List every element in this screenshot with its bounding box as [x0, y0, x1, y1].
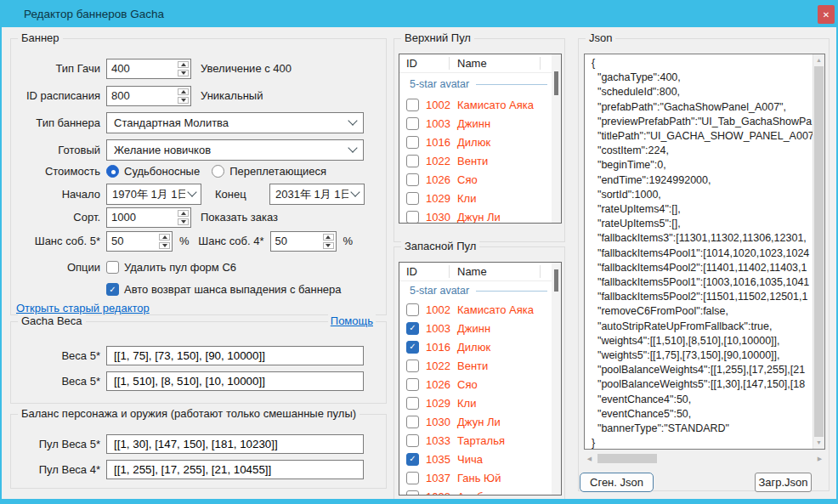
chance5-input[interactable] — [107, 232, 157, 251]
schedule-id-input[interactable] — [107, 87, 176, 105]
schedule-id-stepper[interactable] — [106, 86, 191, 106]
reserve-pool-group-title: Запасной Пул — [401, 240, 479, 253]
row-name: Дилюк — [457, 341, 490, 354]
cost-radio-fate[interactable] — [106, 165, 119, 178]
pool-row[interactable]: 1035Чича — [399, 450, 561, 468]
pool-row[interactable]: 1037Гань Юй — [399, 468, 561, 487]
chance5-stepper[interactable] — [106, 231, 173, 252]
row-checkbox[interactable] — [406, 434, 419, 447]
pool-balance-group-title: Баланс персонажа и оружия (работают толь… — [18, 407, 360, 421]
sort-input[interactable] — [107, 208, 176, 227]
scrollbar-thumb[interactable] — [597, 454, 657, 463]
banner-group-title: Баннер — [18, 31, 63, 45]
end-date-picker[interactable]: 2031年 1月 1日 — [269, 184, 365, 205]
scrollbar-thumb[interactable] — [554, 71, 558, 95]
chance4-input[interactable] — [271, 232, 321, 251]
scroll-right-icon[interactable] — [814, 453, 825, 464]
banner-type-select[interactable]: Стандартная Молитва — [106, 112, 364, 133]
row-checkbox[interactable] — [406, 136, 419, 149]
json-vertical-scrollbar[interactable] — [813, 54, 824, 449]
auto-return-checkbox[interactable] — [106, 283, 119, 296]
spin-down-button[interactable] — [178, 218, 189, 225]
row-checkbox[interactable] — [406, 378, 419, 391]
row-checkbox[interactable] — [406, 322, 419, 335]
spin-down-button[interactable] — [159, 242, 170, 249]
preset-label: Готовый — [11, 144, 100, 156]
pool-row[interactable]: 1003Джинн — [399, 319, 561, 337]
row-checkbox[interactable] — [406, 303, 419, 316]
scrollbar-thumb[interactable] — [554, 269, 558, 292]
upper-pool-scrollbar[interactable] — [552, 54, 561, 223]
json-horizontal-scrollbar[interactable] — [584, 453, 825, 464]
row-checkbox[interactable] — [406, 117, 419, 130]
reserve-pool-scrollbar[interactable] — [552, 263, 561, 495]
row-name: Дилюк — [457, 136, 490, 149]
pool-row[interactable]: 1016Дилюк — [399, 133, 561, 151]
scrollbar-thumb[interactable] — [814, 66, 824, 437]
pool-row[interactable]: 1003Джинн — [399, 114, 561, 133]
row-checkbox[interactable] — [406, 416, 419, 428]
load-json-button[interactable]: Загр.Json — [755, 473, 812, 492]
pool-row[interactable]: 1030Джун Ли — [399, 412, 561, 431]
json-textarea[interactable]: { "gachaType":400, "scheduleId":800, "pr… — [584, 54, 825, 450]
auto-return-label: Авто возврат шанса выпадения с баннера — [124, 283, 342, 296]
pool-row[interactable]: 1002Камисато Аяка — [399, 95, 561, 114]
pool-weights4-input[interactable] — [106, 460, 364, 479]
stepper-buttons — [176, 208, 190, 227]
row-checkbox[interactable] — [406, 155, 419, 167]
pool-weights5-input[interactable] — [106, 434, 364, 454]
row-checkbox[interactable] — [406, 360, 419, 372]
pool-row[interactable]: 1038Альбедо — [399, 487, 561, 496]
open-old-editor-link[interactable]: Открыть старый редактор — [16, 302, 150, 314]
options-row-1: Опции Удалить пул форм С6 — [11, 257, 386, 278]
pool-row[interactable]: 1026Сяо — [399, 375, 561, 394]
weights5-input-1[interactable] — [106, 346, 364, 365]
gacha-type-row: Тип Гачи Увеличение с 400 — [11, 58, 386, 79]
pool-row[interactable]: 1026Сяо — [399, 170, 561, 189]
scroll-up-icon[interactable] — [813, 54, 824, 66]
row-checkbox[interactable] — [406, 99, 419, 111]
json-text: { "gachaType":400, "scheduleId":800, "pr… — [585, 54, 813, 449]
row-checkbox[interactable] — [406, 173, 419, 186]
gacha-type-input[interactable] — [107, 59, 176, 78]
spin-up-button[interactable] — [178, 61, 189, 68]
spin-up-button[interactable] — [159, 234, 170, 241]
pool-row[interactable]: 1002Камисато Аяка — [399, 300, 561, 319]
pool-row[interactable]: 1029Кли — [399, 394, 561, 412]
pool-weights4-label: Пул Веса 4* — [11, 463, 100, 476]
spin-up-button[interactable] — [323, 234, 334, 241]
row-checkbox[interactable] — [406, 472, 419, 484]
begin-date-picker[interactable]: 1970年 1月 1日 — [106, 184, 201, 205]
sort-stepper[interactable] — [106, 207, 191, 228]
pool-row[interactable]: 1029Кли — [399, 189, 561, 207]
help-link[interactable]: Помощь — [328, 314, 376, 328]
row-checkbox[interactable] — [406, 397, 419, 410]
scroll-down-icon[interactable] — [813, 437, 824, 449]
pool-row[interactable]: 1022Венти — [399, 356, 561, 375]
weights5-input-2[interactable] — [106, 371, 364, 391]
pool-row[interactable]: 1030Джун Ли — [399, 207, 561, 224]
scroll-left-icon[interactable] — [584, 453, 595, 464]
gacha-type-stepper[interactable] — [106, 59, 191, 79]
row-checkbox[interactable] — [406, 192, 419, 205]
column-divider — [449, 265, 450, 278]
spin-up-button[interactable] — [178, 210, 189, 217]
generate-json-button[interactable]: Сген. Json — [580, 473, 654, 492]
preset-select[interactable]: Желание новичков — [106, 139, 364, 161]
pool-row[interactable]: 1016Дилюк — [399, 337, 561, 356]
pool-row[interactable]: 1022Венти — [399, 151, 561, 170]
spin-down-button[interactable] — [323, 242, 334, 249]
close-button[interactable]: ✕ — [818, 5, 835, 24]
remove-c6-checkbox[interactable] — [106, 261, 119, 274]
json-group: Json { "gachaType":400, "scheduleId":800… — [578, 38, 830, 491]
spin-down-button[interactable] — [178, 70, 189, 76]
pool-row[interactable]: 1033Тарталья — [399, 431, 561, 450]
row-checkbox[interactable] — [406, 453, 419, 466]
spin-down-button[interactable] — [178, 97, 189, 104]
spin-up-button[interactable] — [178, 88, 189, 95]
row-checkbox[interactable] — [406, 211, 419, 224]
chance4-stepper[interactable] — [270, 231, 337, 252]
row-checkbox[interactable] — [406, 341, 419, 354]
cost-radio-intertwined[interactable] — [212, 165, 224, 178]
row-checkbox[interactable] — [406, 490, 419, 496]
